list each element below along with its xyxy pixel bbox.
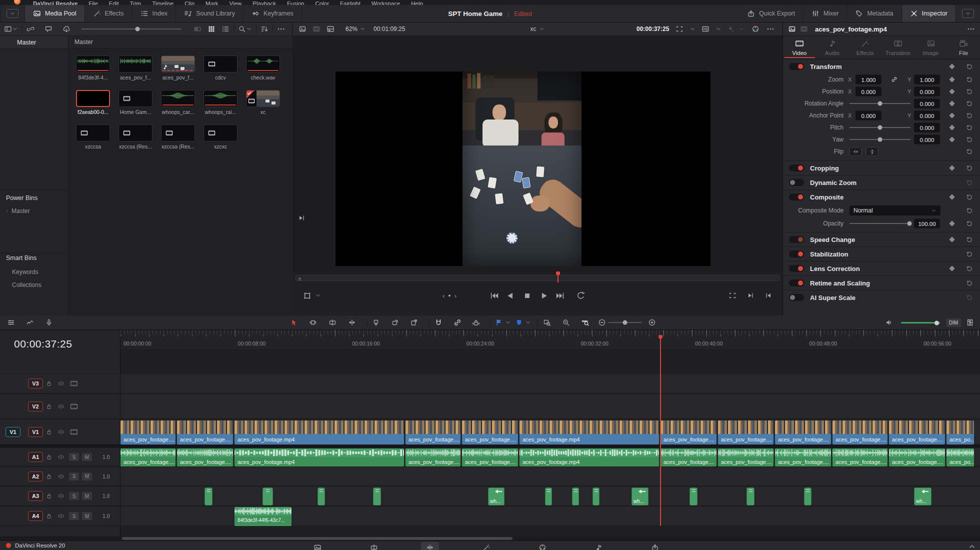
timeline-audio-clip[interactable]: aces_pov_footage.... xyxy=(832,448,888,466)
chevron-down-icon[interactable] xyxy=(716,26,722,32)
menu-timeline[interactable]: Timeline xyxy=(152,0,174,5)
reset-icon[interactable] xyxy=(966,280,973,286)
solo-button[interactable]: S xyxy=(69,492,79,500)
media-clip[interactable]: xzccsa xyxy=(76,124,110,150)
value-field[interactable]: 0.000 xyxy=(914,135,940,144)
reset-icon[interactable] xyxy=(966,88,973,95)
timeline-selector[interactable]: xc xyxy=(530,26,545,32)
audio-meter-icon[interactable] xyxy=(966,318,974,326)
app-icon[interactable] xyxy=(14,0,20,4)
quick-export-button[interactable]: Quick Export xyxy=(739,5,803,22)
reset-icon[interactable] xyxy=(966,100,973,107)
auto-select-icon[interactable] xyxy=(58,512,64,520)
bin-tab-master[interactable]: Master xyxy=(0,36,68,49)
timeline-video-clip[interactable]: aces_pov_footage.... xyxy=(406,420,460,444)
next-marker-icon[interactable] xyxy=(746,292,754,300)
timeline-audio-clip[interactable]: aces_pov_footage.... xyxy=(889,448,945,466)
opacity-field[interactable]: 100.00 xyxy=(914,219,940,228)
interface-layout-button[interactable] xyxy=(0,5,24,22)
timeline-sfx-clip[interactable] xyxy=(318,488,325,506)
chevron-down-icon[interactable] xyxy=(690,26,696,32)
keyframe-diamond[interactable] xyxy=(949,88,954,94)
value-field[interactable]: 0.000 xyxy=(914,123,940,132)
timeline-sfx-clip[interactable] xyxy=(262,488,273,506)
timeline-sfx-clip[interactable]: wh... xyxy=(914,488,932,506)
enable-toggle[interactable] xyxy=(789,265,804,272)
power-bin-item-master[interactable]: ›Master xyxy=(6,208,30,214)
media-clip[interactable]: Home Gam... xyxy=(118,90,152,115)
page-deliver[interactable] xyxy=(646,542,664,550)
auto-select-icon[interactable] xyxy=(58,492,64,500)
tab-audio[interactable]: Audio xyxy=(816,36,849,59)
reset-icon[interactable] xyxy=(966,63,973,70)
opacity-slider[interactable] xyxy=(850,223,910,224)
media-clip[interactable]: aces_pov_f... xyxy=(161,56,195,80)
chevron-down-icon[interactable] xyxy=(525,320,531,326)
multicam-icon[interactable] xyxy=(326,25,334,33)
value-slider[interactable] xyxy=(850,139,910,140)
zoom-out-icon[interactable] xyxy=(598,318,606,326)
page-cut[interactable] xyxy=(365,542,383,550)
timeline-audio-clip[interactable]: aces_pov_footage.... xyxy=(120,448,176,466)
timeline-zoom-slider[interactable] xyxy=(608,322,642,323)
full-extent-zoom-icon[interactable] xyxy=(562,318,570,326)
keyframe-diamond[interactable] xyxy=(949,112,954,118)
razor-mode-icon[interactable] xyxy=(328,318,336,326)
dim-audio-button[interactable]: DIM xyxy=(946,318,961,327)
overwrite-clip-icon[interactable] xyxy=(391,318,399,326)
section-cropping[interactable]: Cropping xyxy=(783,160,980,175)
color-grade-icon[interactable] xyxy=(752,25,760,33)
value-x-field[interactable]: 0.000 xyxy=(856,111,882,120)
keyframe-diamond[interactable] xyxy=(949,236,954,242)
timeline-sfx-clip[interactable] xyxy=(204,488,212,506)
timeline-audio-clip[interactable]: 84f3de3f-44f6-43c7... xyxy=(234,507,292,526)
timeline-sfx-clip[interactable] xyxy=(592,488,600,506)
play-button[interactable] xyxy=(539,291,548,300)
audio-trim-view-icon[interactable] xyxy=(26,318,34,326)
tab-transition[interactable]: Transition xyxy=(882,36,914,59)
section-speed-change[interactable]: Speed Change xyxy=(783,232,980,246)
section-lens-correction[interactable]: Lens Correction xyxy=(783,261,980,276)
timeline-audio-clip[interactable]: aces_pov_footage.mp4 xyxy=(520,448,659,466)
track-header-v1[interactable]: V1V1 xyxy=(0,420,120,444)
mute-button[interactable]: M xyxy=(82,453,92,461)
flip-horizontal-button[interactable] xyxy=(850,147,862,156)
tab-effects[interactable]: Effects xyxy=(848,36,882,59)
timeline-scrollbar[interactable] xyxy=(0,536,980,540)
section-dynamic-zoom[interactable]: Dynamic Zoom xyxy=(783,175,980,190)
reset-icon[interactable] xyxy=(966,112,973,119)
track-badge-a4[interactable]: A4 xyxy=(28,511,43,521)
scrollbar-thumb[interactable] xyxy=(122,537,512,540)
reset-icon[interactable] xyxy=(966,124,973,131)
inspector-button[interactable]: Inspector xyxy=(902,5,956,22)
composite-mode-dropdown[interactable]: Normal xyxy=(850,206,940,216)
media-clip[interactable]: xc xyxy=(246,90,280,115)
value-slider[interactable] xyxy=(850,127,910,128)
chevron-down-icon[interactable] xyxy=(12,26,18,32)
page-media[interactable] xyxy=(308,542,326,550)
enable-toggle[interactable] xyxy=(789,294,804,301)
track-lock-icon[interactable] xyxy=(46,380,52,387)
mixer-button[interactable]: Mixer xyxy=(803,5,847,22)
smart-bin-item-keywords[interactable]: Keywords xyxy=(12,268,38,276)
timeline-video-clip[interactable]: aces_po... xyxy=(946,420,974,444)
track-lock-icon[interactable] xyxy=(46,454,52,460)
track-filmstrip-icon[interactable] xyxy=(70,402,78,410)
snapping-icon[interactable] xyxy=(434,318,442,326)
timeline-video-clip[interactable]: aces_pov_footage.... xyxy=(120,420,176,444)
timeline-audio-clip[interactable]: aces_pov_footage.... xyxy=(775,448,831,466)
jog-control[interactable]: ‹ ● › xyxy=(442,292,456,300)
reset-icon[interactable] xyxy=(966,207,973,214)
auto-select-icon[interactable] xyxy=(58,473,64,480)
page-edit[interactable] xyxy=(421,542,439,550)
timeline-sfx-clip[interactable] xyxy=(572,488,579,506)
relink-media-icon[interactable] xyxy=(26,25,34,33)
safe-area-icon[interactable] xyxy=(676,25,684,33)
timeline-sfx-clip[interactable] xyxy=(746,488,754,506)
media-clip[interactable]: whoops_car... xyxy=(161,90,195,115)
auto-select-icon[interactable] xyxy=(58,403,64,410)
cloud-sync-icon[interactable] xyxy=(62,25,70,33)
enable-toggle[interactable] xyxy=(789,250,804,258)
timeline-sfx-clip[interactable] xyxy=(545,488,552,506)
keyframe-diamond[interactable] xyxy=(949,76,954,82)
